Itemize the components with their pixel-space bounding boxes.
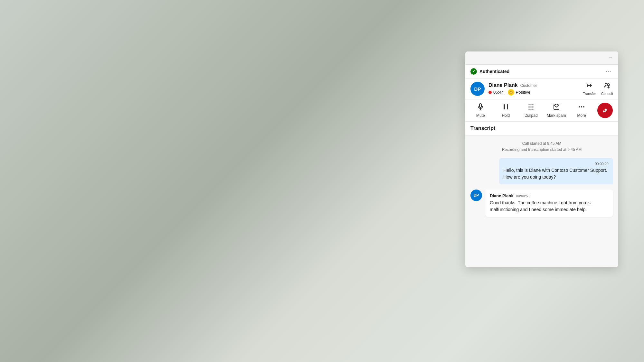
transcript-header: Transcript [465, 122, 618, 135]
contact-role: Customer [520, 83, 537, 88]
auth-label: Authenticated [479, 69, 509, 74]
transfer-label: Transfer [583, 92, 596, 96]
hold-icon [502, 103, 510, 112]
svg-point-15 [533, 107, 534, 108]
consult-label: Consult [601, 92, 613, 96]
mute-label: Mute [476, 113, 485, 118]
call-duration: 05:44 [488, 90, 504, 95]
more-icon [578, 103, 585, 112]
svg-point-14 [531, 107, 532, 108]
call-toolbar: Mute Hold [465, 99, 618, 122]
svg-point-1 [608, 84, 610, 86]
auth-more-button[interactable]: ⋯ [603, 67, 613, 76]
markspam-button[interactable]: Mark spam [547, 103, 566, 118]
auth-bar: Authenticated ⋯ [465, 65, 618, 79]
transfer-icon [586, 82, 593, 91]
svg-point-17 [531, 109, 532, 110]
svg-point-22 [581, 106, 582, 107]
sentiment-status: 😊 Positive [508, 89, 531, 96]
svg-rect-5 [504, 104, 505, 109]
dialpad-button[interactable]: Dialpad [521, 103, 541, 118]
svg-rect-6 [507, 104, 508, 109]
auth-status: Authenticated [470, 68, 509, 75]
customer-message-text: Good thanks. The coffee machine I got fr… [490, 200, 609, 213]
minimize-button[interactable]: − [607, 54, 614, 62]
consult-icon [603, 82, 611, 91]
auth-dot-icon [470, 68, 477, 75]
svg-point-9 [533, 104, 534, 105]
contact-avatar: DP [470, 82, 485, 96]
svg-point-10 [529, 106, 530, 107]
panel-topbar: − [465, 51, 618, 65]
svg-point-11 [531, 106, 532, 107]
sentiment-icon: 😊 [508, 89, 514, 96]
agent-message-text: Hello, this is Diane with Contoso Custom… [504, 167, 609, 181]
call-started-text: Call started at 9:45 AM [470, 141, 613, 147]
svg-point-0 [605, 83, 608, 86]
call-panel: − Authenticated ⋯ DP Diane Plank Custome… [465, 51, 618, 267]
recording-started-text: Recording and transcription started at 9… [470, 147, 613, 153]
svg-rect-2 [479, 104, 481, 107]
dialpad-icon [527, 103, 535, 112]
markspam-label: Mark spam [547, 113, 566, 118]
svg-point-23 [583, 106, 584, 107]
agent-message-timestamp: 00:00:29 [504, 162, 609, 166]
svg-point-13 [529, 107, 530, 108]
svg-point-12 [533, 106, 534, 107]
customer-message-content: Diane Plank 00:00:51 Good thanks. The co… [485, 190, 613, 217]
customer-message-time: 00:00:51 [516, 194, 530, 198]
call-info: Call started at 9:45 AM Recording and tr… [470, 141, 613, 153]
customer-message: DP Diane Plank 00:00:51 Good thanks. The… [470, 190, 613, 217]
contact-info: Diane Plank Customer 05:44 😊 Positive [488, 82, 579, 96]
mute-icon [477, 103, 484, 112]
hold-button[interactable]: Hold [496, 103, 516, 118]
svg-point-16 [529, 109, 530, 110]
svg-point-21 [579, 106, 580, 107]
contact-name: Diane Plank [488, 82, 518, 88]
customer-message-avatar: DP [470, 190, 482, 201]
hold-label: Hold [502, 113, 510, 118]
consult-button[interactable]: Consult [601, 82, 613, 96]
contact-row: DP Diane Plank Customer 05:44 😊 Positive [465, 79, 618, 99]
end-call-button[interactable] [597, 103, 613, 118]
svg-point-18 [533, 109, 534, 110]
contact-actions: Transfer Consult [583, 82, 613, 96]
transcript-title: Transcript [470, 125, 495, 131]
more-button[interactable]: More [572, 103, 591, 118]
agent-message: 00:00:29 Hello, this is Diane with Conto… [499, 158, 613, 184]
end-call-icon [598, 104, 611, 117]
recording-dot [488, 91, 492, 94]
customer-message-sender: Diane Plank [490, 193, 514, 198]
mute-button[interactable]: Mute [471, 103, 490, 118]
more-label: More [577, 113, 586, 118]
transfer-button[interactable]: Transfer [583, 82, 596, 96]
transcript-area[interactable]: Call started at 9:45 AM Recording and tr… [465, 135, 618, 267]
svg-point-7 [529, 104, 530, 105]
svg-point-8 [531, 104, 532, 105]
dialpad-label: Dialpad [525, 113, 538, 118]
markspam-icon [553, 103, 560, 112]
